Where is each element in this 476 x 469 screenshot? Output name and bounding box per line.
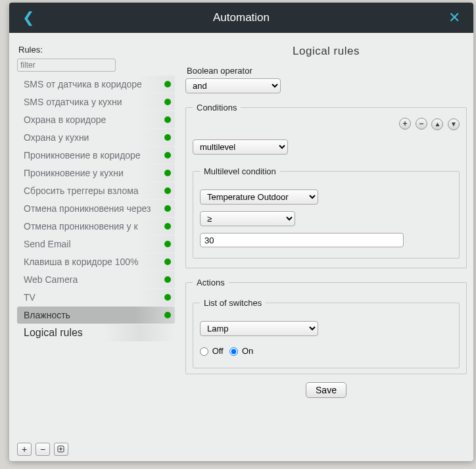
add-rule-button[interactable]: + [17,443,32,456]
remove-condition-button[interactable]: − [416,118,427,130]
actions-fieldset: Actions List of switches Lamp Off [185,278,467,374]
rule-item[interactable]: Web Camera [17,271,175,288]
body: Rules: SMS от датчика в коридореSMS отда… [9,33,473,461]
rule-item-label: Web Camera [24,274,78,285]
switch-off-label: Off [212,346,224,356]
rule-item[interactable]: Клавиша в коридоре 100% [17,253,175,270]
switches-fieldset: List of switches Lamp Off On [193,298,460,368]
rule-item-label: Охрана в коридоре [24,114,106,125]
rule-item[interactable]: Отмена проникновения у к [17,218,175,235]
rule-item[interactable]: Отмена проникновения через [17,200,175,217]
rule-item-label: Клавиша в коридоре 100% [24,257,139,267]
rule-item-label: Отмена проникновения через [24,203,151,214]
status-dot-icon [164,116,171,123]
status-dot-icon [164,170,171,176]
rule-item-label: Сбросить треггеры взлома [24,185,139,196]
status-dot-icon [164,259,171,265]
automation-window: ❮ Automation ✕ Rules: SMS от датчика в к… [9,3,473,461]
status-dot-icon [164,187,171,194]
conditions-legend: Conditions [193,103,241,112]
duplicate-rule-button[interactable] [54,443,68,456]
rule-item[interactable]: Влажность [17,307,175,324]
move-condition-down-button[interactable]: ▼ [448,118,460,130]
rule-item-label: Проникновение в коридоре [24,150,141,160]
status-dot-icon [164,152,171,159]
multilevel-threshold-input[interactable] [200,233,404,247]
status-dot-icon [164,276,171,283]
switch-on-label: On [242,346,253,356]
detail-title: Logical rules [185,45,467,58]
status-dot-icon [164,99,171,105]
multilevel-sensor-select[interactable]: Temperature Outdoor [200,189,318,205]
switches-legend: List of switches [200,298,266,308]
boolean-operator-select[interactable]: and [185,78,281,93]
titlebar: ❮ Automation ✕ [9,3,473,33]
save-button[interactable]: Save [306,382,346,398]
status-dot-icon [164,223,171,230]
switch-off-radio[interactable] [200,347,208,356]
multilevel-condition-fieldset: Multilevel condition Temperature Outdoor… [193,166,460,259]
rule-item[interactable]: Logical rules [17,324,175,341]
rules-sidebar: Rules: SMS от датчика в коридореSMS отда… [9,33,179,461]
status-dot-icon [164,205,171,212]
conditions-toolbar: + − ▲ ▼ [193,118,460,130]
switch-device-select[interactable]: Lamp [200,321,318,336]
sidebar-footer: + − [17,443,68,456]
rule-item[interactable]: SMS от датчика в коридоре [17,76,175,93]
rules-list: SMS от датчика в коридореSMS отдатчика у… [17,76,175,342]
rule-item[interactable]: Проникновение в коридоре [17,147,175,164]
rule-item[interactable]: Send Email [17,235,175,253]
rule-item-label: Отмена проникновения у к [24,221,138,232]
move-condition-up-button[interactable]: ▲ [431,118,443,130]
rule-item-label: SMS от датчика в коридоре [24,79,142,89]
close-button[interactable]: ✕ [444,7,464,29]
rule-item[interactable]: Охрана в коридоре [17,111,175,128]
back-button[interactable]: ❮ [18,7,38,29]
add-condition-button[interactable]: + [399,118,411,130]
rule-item[interactable]: Сбросить треггеры взлома [17,182,175,199]
rules-label: Rules: [18,45,175,55]
rule-item[interactable]: Охрана у кухни [17,129,175,146]
multilevel-legend: Multilevel condition [200,166,280,176]
status-dot-icon [164,294,171,301]
window-title: Automation [38,11,444,24]
conditions-fieldset: Conditions + − ▲ ▼ multilevel Multilevel… [185,103,467,268]
rule-item-label: Проникновение у кухни [24,168,124,178]
status-dot-icon [164,134,171,141]
actions-legend: Actions [193,278,229,287]
switch-state-radio-group: Off On [200,345,452,356]
status-dot-icon [164,81,171,87]
rule-item[interactable]: TV [17,289,175,306]
switch-on-option[interactable]: On [229,346,253,356]
rules-filter-input[interactable] [17,59,116,72]
rule-item-label: SMS отдатчика у кухни [24,97,122,107]
switch-on-radio[interactable] [229,347,238,356]
rule-item-label: Влажность [24,310,70,320]
condition-type-select[interactable]: multilevel [193,139,288,155]
multilevel-operator-select[interactable]: ≥ [200,211,295,226]
rule-item-label: TV [24,292,36,303]
rule-item-label: Logical rules [24,327,83,338]
rule-item-label: Охрана у кухни [24,132,89,143]
remove-rule-button[interactable]: − [36,443,50,456]
switch-off-option[interactable]: Off [200,346,226,356]
rule-item[interactable]: Проникновение у кухни [17,164,175,182]
status-dot-icon [164,241,171,247]
duplicate-icon [57,445,65,453]
status-dot-icon [164,312,171,318]
boolean-operator-label: Boolean operator [187,66,467,76]
rule-item-label: Send Email [24,239,71,249]
rule-detail-panel: Logical rules Boolean operator and Condi… [179,33,473,461]
rule-item[interactable]: SMS отдатчика у кухни [17,93,175,111]
